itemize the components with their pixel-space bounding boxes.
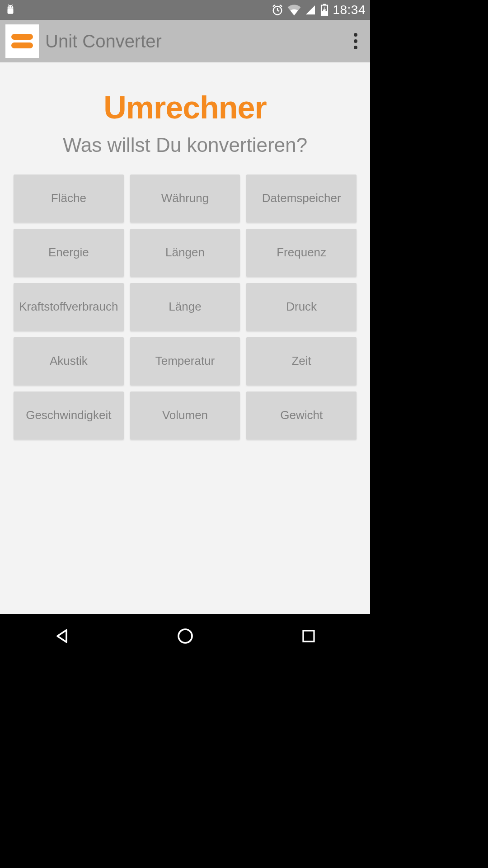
wifi-icon — [287, 5, 301, 15]
svg-rect-0 — [8, 9, 14, 14]
nav-home-button[interactable] — [158, 623, 212, 650]
category-tile-lengths[interactable]: Längen — [130, 229, 240, 277]
category-tile-volume[interactable]: Volumen — [130, 392, 240, 439]
battery-charging-icon — [320, 4, 329, 16]
main-content: Umrechner Was willst Du konvertieren? Fl… — [0, 62, 370, 614]
tile-label: Akustik — [50, 354, 88, 368]
page-subheading: Was willst Du konvertieren? — [63, 134, 307, 156]
tile-label: Energie — [48, 246, 89, 259]
category-tile-weight[interactable]: Gewicht — [246, 392, 357, 439]
app-logo-icon — [5, 24, 39, 58]
page-heading: Umrechner — [103, 90, 267, 126]
category-tile-currency[interactable]: Währung — [130, 175, 240, 222]
tile-label: Druck — [286, 300, 317, 314]
category-tile-datastorage[interactable]: Datemspeicher — [246, 175, 357, 222]
screen: 18:34 Unit Converter Umrechner Was wills… — [0, 0, 370, 658]
category-grid: Fläche Währung Datemspeicher Energie Län… — [14, 175, 357, 439]
category-tile-speed[interactable]: Geschwindigkeit — [14, 392, 124, 439]
svg-rect-15 — [303, 631, 314, 642]
status-bar: 18:34 — [0, 0, 370, 20]
svg-line-7 — [277, 10, 279, 11]
category-tile-acoustics[interactable]: Akustik — [14, 337, 124, 385]
tile-label: Gewicht — [280, 409, 323, 422]
svg-line-4 — [12, 5, 13, 6]
category-tile-energy[interactable]: Energie — [14, 229, 124, 277]
tile-label: Temperatur — [155, 354, 215, 368]
signal-icon — [305, 5, 316, 15]
svg-point-1 — [9, 6, 9, 7]
category-tile-fuel[interactable]: Kraftstoffverbrauch — [14, 283, 124, 331]
category-tile-length[interactable]: Länge — [130, 283, 240, 331]
tile-label: Geschwindigkeit — [26, 409, 111, 422]
app-bar: Unit Converter — [0, 20, 370, 62]
svg-line-8 — [273, 5, 275, 6]
debug-icon — [5, 4, 16, 16]
svg-rect-11 — [324, 4, 326, 5]
svg-point-2 — [11, 6, 12, 7]
tile-label: Frequenz — [277, 246, 326, 259]
overflow-menu-button[interactable] — [347, 28, 365, 55]
alarm-icon — [271, 4, 284, 16]
navigation-bar — [0, 614, 370, 658]
status-clock: 18:34 — [333, 3, 366, 17]
svg-point-14 — [178, 629, 192, 643]
category-tile-temperature[interactable]: Temperatur — [130, 337, 240, 385]
category-tile-area[interactable]: Fläche — [14, 175, 124, 222]
tile-label: Währung — [161, 192, 209, 205]
tile-label: Fläche — [51, 192, 86, 205]
tile-label: Datemspeicher — [262, 192, 341, 205]
tile-label: Zeit — [291, 354, 311, 368]
category-tile-time[interactable]: Zeit — [246, 337, 357, 385]
svg-line-3 — [9, 5, 9, 6]
category-tile-frequency[interactable]: Frequenz — [246, 229, 357, 277]
nav-recents-button[interactable] — [282, 623, 336, 650]
tile-label: Längen — [165, 246, 205, 259]
nav-back-button[interactable] — [35, 623, 89, 650]
category-tile-pressure[interactable]: Druck — [246, 283, 357, 331]
tile-label: Volumen — [162, 409, 208, 422]
app-title: Unit Converter — [45, 31, 162, 52]
tile-label: Kraftstoffverbrauch — [19, 300, 118, 314]
svg-line-9 — [280, 5, 282, 6]
tile-label: Länge — [169, 300, 201, 314]
